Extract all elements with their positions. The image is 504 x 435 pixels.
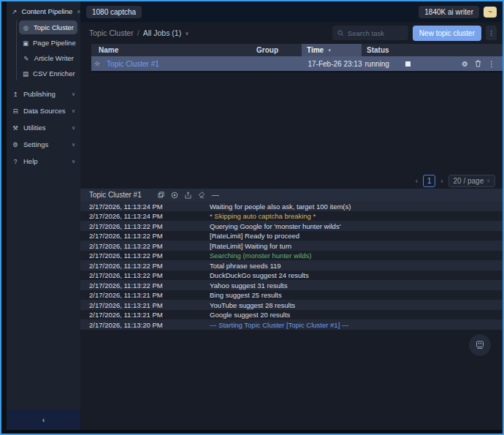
sidebar-section-settings[interactable]: ⚙ Settings ∨ — [7, 136, 80, 153]
table-header: Name Group Time ▼ Status — [91, 44, 503, 56]
assistant-button[interactable] — [469, 334, 491, 356]
log-row: 2/17/2026, 11:13:22 PM [RateLimit] Waiti… — [80, 241, 503, 251]
sidebar-item-csv-enricher[interactable]: ▤ CSV Enricher — [19, 67, 77, 80]
pagination: ‹ 1 › 20 / page ∨ — [80, 173, 503, 189]
sidebar-section-icon: ↥ — [12, 91, 19, 98]
log-message: Total phrase seeds 119 — [210, 262, 281, 270]
status-text: running — [365, 60, 404, 68]
table-row[interactable]: ☆ Topic Cluster #1 17-Feb-26 23:13 runni… — [91, 56, 503, 72]
log-message: Yahoo suggest 31 results — [210, 281, 288, 290]
sidebar: ↗ Content Pipeline ∧ ◎ Topic Cluster ▣ P… — [7, 1, 80, 430]
log-timestamp: 2/17/2026, 11:13:22 PM — [89, 242, 210, 250]
copy-logs-button[interactable] — [158, 192, 164, 198]
sort-descending-icon: ▼ — [327, 48, 332, 53]
job-delete-button[interactable] — [475, 60, 481, 67]
log-row: 2/17/2026, 11:13:22 PM Yahoo suggest 31 … — [80, 280, 503, 290]
captcha-credits-badge[interactable]: 1080 captcha — [86, 6, 142, 18]
app-window: ↗ Content Pipeline ∧ ◎ Topic Cluster ▣ P… — [0, 0, 504, 435]
more-options-button[interactable]: ⋮ — [486, 26, 497, 40]
sidebar-item-icon: ◎ — [23, 24, 29, 31]
log-row: 2/17/2026, 11:13:22 PM Querying Google f… — [80, 221, 503, 231]
clear-icon — [198, 192, 205, 198]
clear-logs-button[interactable] — [198, 192, 205, 198]
stop-icon — [405, 61, 411, 67]
kebab-icon: ⋮ — [488, 60, 495, 68]
sidebar-item-topic-cluster[interactable]: ◎ Topic Cluster — [19, 20, 77, 34]
chevron-down-icon: ∨ — [72, 108, 75, 114]
sidebar-collapse-button[interactable]: ‹ — [7, 409, 80, 430]
next-page-button[interactable]: › — [440, 177, 443, 185]
export-logs-button[interactable] — [185, 192, 191, 199]
log-tab-topic-cluster-1[interactable]: Topic Cluster #1 — [89, 191, 142, 199]
chevron-down-icon: ∨ — [72, 142, 75, 148]
log-message: YouTube suggest 28 results — [210, 301, 295, 309]
log-settings-button[interactable] — [171, 192, 178, 199]
log-timestamp: 2/17/2026, 11:13:24 PM — [89, 203, 210, 211]
minimize-logs-button[interactable]: — — [212, 191, 219, 199]
column-header-group[interactable]: Group — [256, 46, 302, 54]
sidebar-section-label: Data Sources — [23, 107, 66, 115]
job-name-link[interactable]: Topic Cluster #1 — [107, 60, 159, 68]
search-icon — [337, 30, 344, 37]
sidebar-section-icon: ⚒ — [12, 124, 19, 132]
sidebar-item-label: CSV Enricher — [33, 69, 75, 77]
sidebar-section-help[interactable]: ? Help ∨ — [7, 153, 80, 170]
user-avatar[interactable]: ~ — [484, 7, 497, 18]
log-row: 2/17/2026, 11:13:21 PM Bing suggest 25 r… — [80, 290, 503, 300]
sidebar-section-label: Utilities — [23, 124, 46, 132]
column-header-status[interactable]: Status — [362, 46, 503, 54]
sidebar-item-label: Page Pipeline — [33, 39, 76, 47]
chevron-down-icon: ∨ — [486, 178, 490, 184]
column-header-time[interactable]: Time ▼ — [302, 44, 362, 56]
sidebar-section-icon: ⚙ — [12, 141, 19, 148]
new-topic-cluster-button[interactable]: New topic cluster — [413, 26, 481, 41]
job-time-cell: 17-Feb-26 23:13 — [278, 60, 365, 68]
sidebar-group-content-pipeline[interactable]: ↗ Content Pipeline ∧ — [7, 5, 80, 19]
chevron-up-icon: ∧ — [77, 9, 80, 15]
breadcrumb-current[interactable]: All Jobs (1) — [143, 29, 182, 37]
job-more-button[interactable]: ⋮ — [488, 60, 495, 68]
chevron-down-icon[interactable]: ∨ — [185, 30, 189, 37]
log-timestamp: 2/17/2026, 11:13:20 PM — [89, 321, 210, 329]
log-timestamp: 2/17/2026, 11:13:22 PM — [89, 281, 210, 290]
ai-writer-credits-badge[interactable]: 1840K ai writer — [419, 6, 479, 18]
breadcrumb-parent[interactable]: Topic Cluster — [89, 29, 134, 37]
bottom-area — [80, 330, 503, 430]
sidebar-item-page-pipeline[interactable]: ▣ Page Pipeline — [19, 36, 77, 50]
log-timestamp: 2/17/2026, 11:13:22 PM — [89, 271, 210, 279]
main-content: 1080 captcha 1840K ai writer ~ Topic Clu… — [80, 1, 503, 430]
job-status-cell: running ⚙ ⋮ — [365, 59, 503, 68]
page-number-button[interactable]: 1 — [423, 175, 435, 187]
log-row: 2/17/2026, 11:13:21 PM YouTube suggest 2… — [80, 300, 503, 310]
log-row: 2/17/2026, 11:13:22 PM Total phrase seed… — [80, 260, 503, 271]
log-message: Waiting for people also ask, target 100 … — [210, 203, 351, 211]
search-input[interactable] — [348, 29, 402, 37]
column-header-name[interactable]: Name — [91, 46, 256, 54]
log-panel-header: Topic Cluster #1 — [80, 189, 503, 201]
job-settings-button[interactable]: ⚙ — [462, 60, 468, 68]
page-size-select[interactable]: 20 / page ∨ — [448, 175, 495, 187]
log-timestamp: 2/17/2026, 11:13:22 PM — [89, 232, 210, 240]
chevron-down-icon: ∨ — [72, 125, 75, 131]
log-list: 2/17/2026, 11:13:24 PM Waiting for peopl… — [80, 201, 503, 330]
sidebar-item-label: Article Writer — [34, 54, 74, 62]
column-header-time-label: Time — [307, 46, 324, 54]
log-row: 2/17/2026, 11:13:22 PM Searching (monste… — [80, 251, 503, 261]
sidebar-section-utilities[interactable]: ⚒ Utilities ∨ — [7, 119, 80, 136]
favorite-star-icon[interactable]: ☆ — [94, 60, 100, 67]
sidebar-section-label: Publishing — [23, 90, 56, 98]
sidebar-section-data-sources[interactable]: ⊟ Data Sources ∨ — [7, 102, 80, 119]
chevron-down-icon: ∨ — [72, 159, 75, 164]
sidebar-section-label: Settings — [23, 140, 48, 148]
sidebar-section-publishing[interactable]: ↥ Publishing ∨ — [7, 86, 80, 102]
log-timestamp: 2/17/2026, 11:13:22 PM — [89, 222, 210, 230]
log-row: 2/17/2026, 11:13:22 PM DuckDuckGo sugges… — [80, 271, 503, 281]
log-message: Google suggest 20 results — [210, 311, 290, 319]
sidebar-item-article-writer[interactable]: ✎ Article Writer — [19, 51, 77, 65]
previous-page-button[interactable]: ‹ — [416, 177, 418, 185]
log-row: 2/17/2026, 11:13:22 PM [RateLimit] Ready… — [80, 231, 503, 241]
log-message: Querying Google for 'monster hunter wild… — [210, 222, 340, 230]
stop-task-button[interactable] — [404, 59, 413, 68]
sidebar-item-label: Topic Cluster — [34, 23, 74, 31]
window-bottom-strip — [1, 430, 503, 434]
